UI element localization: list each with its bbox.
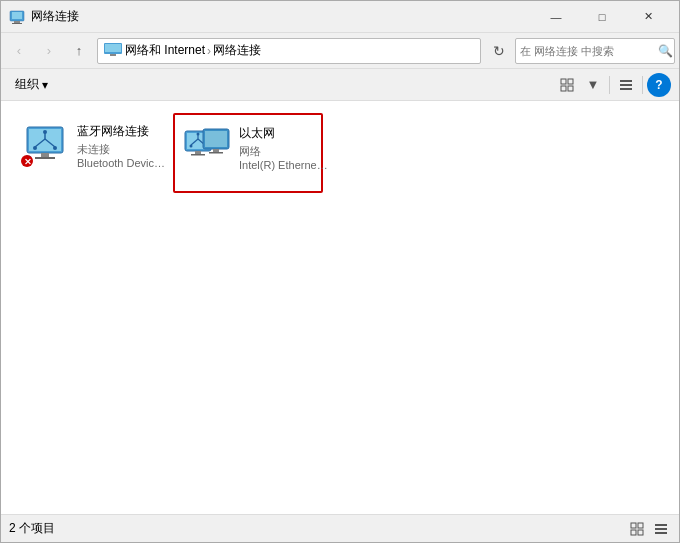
bluetooth-item[interactable]: Ƀ ✕ 蓝牙网络连接 未连接 Bluetooth Device (Persona… <box>13 113 163 193</box>
svg-rect-40 <box>209 152 223 154</box>
breadcrumb-item-network: 网络和 Internet <box>125 42 205 59</box>
svg-point-21 <box>43 130 47 134</box>
svg-rect-46 <box>655 528 667 530</box>
svg-rect-43 <box>631 530 636 535</box>
view-divider <box>609 76 610 94</box>
organize-button[interactable]: 组织 ▾ <box>9 73 54 96</box>
svg-rect-35 <box>195 151 201 154</box>
svg-rect-41 <box>631 523 636 528</box>
svg-rect-22 <box>41 153 49 157</box>
svg-rect-6 <box>110 54 116 56</box>
bluetooth-text-area: 蓝牙网络连接 未连接 Bluetooth Device (Personal Ar… <box>77 119 167 169</box>
view-divider-2 <box>642 76 643 94</box>
window-controls: — □ ✕ <box>533 1 671 33</box>
bluetooth-detail: Bluetooth Device (Personal Ar... <box>77 157 167 169</box>
ethernet-item[interactable]: 以太网 网络 Intel(R) Ethernet Connection (1..… <box>173 113 323 193</box>
svg-rect-13 <box>620 88 632 90</box>
svg-point-19 <box>33 146 37 150</box>
svg-rect-5 <box>105 44 121 52</box>
status-view-controls <box>627 519 671 539</box>
svg-rect-42 <box>638 523 643 528</box>
window-title: 网络连接 <box>31 8 533 25</box>
view-controls: ▼ ? <box>555 73 671 97</box>
svg-text:✕: ✕ <box>24 157 32 167</box>
refresh-button[interactable]: ↻ <box>485 37 513 65</box>
svg-point-20 <box>53 146 57 150</box>
svg-point-32 <box>190 145 193 148</box>
breadcrumb[interactable]: 网络和 Internet › 网络连接 <box>97 38 481 64</box>
minimize-button[interactable]: — <box>533 1 579 33</box>
search-box: 🔍 <box>515 38 675 64</box>
svg-rect-8 <box>568 79 573 84</box>
ethernet-text-area: 以太网 网络 Intel(R) Ethernet Connection (1..… <box>239 121 329 171</box>
title-bar: 网络连接 — □ ✕ <box>1 1 679 33</box>
help-button[interactable]: ? <box>647 73 671 97</box>
svg-point-34 <box>197 133 200 136</box>
svg-rect-47 <box>655 532 667 534</box>
bluetooth-item-row: Ƀ ✕ 蓝牙网络连接 未连接 Bluetooth Device (Persona… <box>21 119 167 169</box>
svg-rect-1 <box>12 12 22 19</box>
ethernet-name: 以太网 <box>239 125 329 142</box>
back-button[interactable]: ‹ <box>5 37 33 65</box>
svg-rect-38 <box>205 131 227 147</box>
status-list-view[interactable] <box>651 519 671 539</box>
svg-rect-2 <box>14 21 20 23</box>
network-connections-window: 网络连接 — □ ✕ ‹ › ↑ 网络和 Internet › 网络连接 <box>0 0 680 543</box>
ethernet-icon <box>183 121 231 169</box>
svg-rect-7 <box>561 79 566 84</box>
ethernet-icon-area <box>183 121 231 169</box>
search-icon[interactable]: 🔍 <box>658 41 673 61</box>
close-button[interactable]: ✕ <box>625 1 671 33</box>
view-dropdown-button[interactable]: ▼ <box>581 73 605 97</box>
ethernet-item-row: 以太网 网络 Intel(R) Ethernet Connection (1..… <box>183 121 329 171</box>
content-area: Ƀ ✕ 蓝牙网络连接 未连接 Bluetooth Device (Persona… <box>1 101 679 514</box>
up-button[interactable]: ↑ <box>65 37 93 65</box>
toolbar: 组织 ▾ ▼ ? <box>1 69 679 101</box>
svg-rect-3 <box>12 23 22 24</box>
svg-rect-45 <box>655 524 667 526</box>
svg-rect-11 <box>620 80 632 82</box>
svg-rect-10 <box>568 86 573 91</box>
window-icon <box>9 9 25 25</box>
maximize-button[interactable]: □ <box>579 1 625 33</box>
bluetooth-icon: Ƀ ✕ <box>21 119 69 167</box>
svg-rect-12 <box>620 84 632 86</box>
search-input[interactable] <box>520 45 658 57</box>
bluetooth-icon-area: Ƀ ✕ <box>21 119 69 167</box>
svg-rect-36 <box>191 154 205 156</box>
address-bar: ‹ › ↑ 网络和 Internet › 网络连接 ↻ 🔍 <box>1 33 679 69</box>
details-view-button[interactable] <box>614 73 638 97</box>
forward-button[interactable]: › <box>35 37 63 65</box>
status-bar: 2 个项目 <box>1 514 679 542</box>
status-grid-view[interactable] <box>627 519 647 539</box>
status-count: 2 个项目 <box>9 520 55 537</box>
svg-rect-9 <box>561 86 566 91</box>
svg-rect-23 <box>35 157 55 159</box>
breadcrumb-icon <box>104 41 122 60</box>
bluetooth-name: 蓝牙网络连接 <box>77 123 167 140</box>
svg-rect-39 <box>213 149 219 152</box>
bluetooth-status: 未连接 <box>77 142 167 157</box>
svg-rect-44 <box>638 530 643 535</box>
ethernet-detail: Intel(R) Ethernet Connection (1... <box>239 159 329 171</box>
view-options-button[interactable] <box>555 73 579 97</box>
ethernet-status: 网络 <box>239 144 329 159</box>
breadcrumb-item-connections: 网络连接 <box>213 42 261 59</box>
